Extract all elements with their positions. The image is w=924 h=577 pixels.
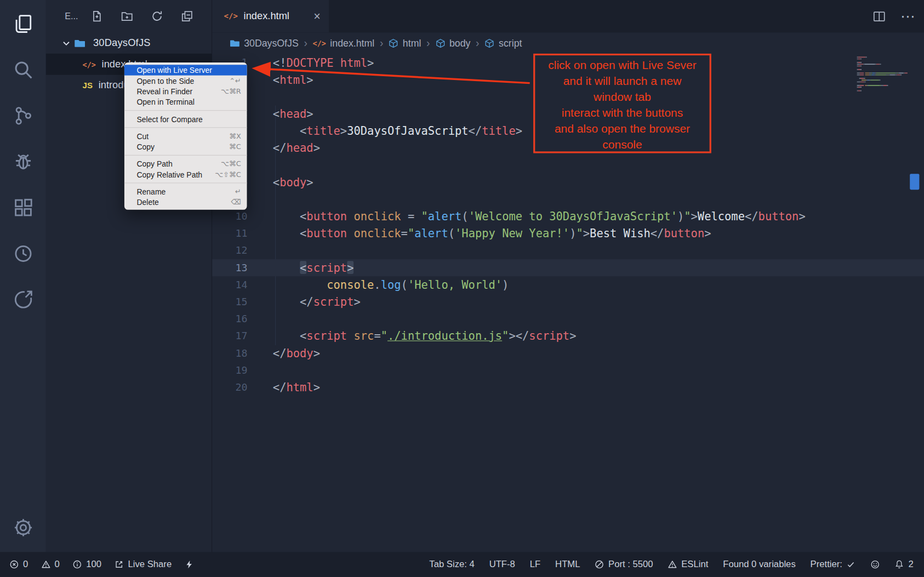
code-line-text[interactable]: <script>: [273, 259, 354, 276]
status-found-0-variables[interactable]: Found 0 variables: [723, 559, 795, 569]
status-live-share[interactable]: Live Share: [115, 559, 172, 569]
explorer-activity-button[interactable]: [10, 10, 36, 36]
new-file-button[interactable]: [90, 9, 104, 24]
status-tab-size-4[interactable]: Tab Size: 4: [429, 559, 474, 569]
code-token: >: [691, 210, 698, 223]
menu-item-open-to-the-side[interactable]: Open to the Side⌃↵: [124, 76, 247, 86]
code-token: (: [448, 227, 455, 240]
menu-item-rename[interactable]: Rename↵: [124, 186, 247, 197]
code-token: (: [401, 278, 408, 292]
menu-item-copy-path[interactable]: Copy Path⌥⌘C: [124, 158, 247, 169]
code-line: 16: [212, 311, 924, 328]
refresh-button[interactable]: [150, 9, 164, 24]
code-line-text[interactable]: <body>: [273, 174, 313, 191]
minimap-token: [860, 81, 864, 82]
status-prettier[interactable]: Prettier:: [811, 559, 856, 569]
menu-separator: [124, 127, 247, 128]
menu-item-label: Rename: [136, 187, 235, 196]
search-activity-button[interactable]: [10, 56, 36, 82]
status-lf[interactable]: LF: [530, 559, 540, 569]
status-100[interactable]: 100: [73, 559, 102, 569]
breadcrumb-30daysofjs[interactable]: 30DaysOfJS: [230, 38, 298, 49]
menu-separator: [124, 155, 247, 156]
menu-item-open-in-terminal[interactable]: Open in Terminal: [124, 96, 247, 107]
activity-bar: [0, 0, 46, 552]
code-token: ": [684, 210, 691, 223]
code-line-text[interactable]: <head>: [273, 105, 313, 122]
code-line-text[interactable]: <!DOCTYPE html>: [273, 54, 374, 71]
code-line-text[interactable]: </body>: [273, 345, 320, 362]
code-line-text[interactable]: console.log('Hello, World'): [273, 276, 509, 293]
menu-item-cut[interactable]: Cut⌘X: [124, 131, 247, 141]
extensions-activity-button[interactable]: [10, 195, 36, 220]
run-debug-activity-button[interactable]: [10, 148, 36, 174]
code-line-text[interactable]: </html>: [273, 379, 320, 396]
more-actions-icon[interactable]: ⋯: [900, 9, 916, 24]
menu-item-open-with-live-server[interactable]: Open with Live Server: [124, 65, 247, 75]
code-token: Best Wish: [590, 227, 651, 240]
menu-item-delete[interactable]: Delete⌫: [124, 197, 247, 207]
minimap-line: [857, 85, 907, 86]
code-token: script: [529, 329, 569, 342]
code-line-text[interactable]: <button onclick="alert('Happy New Year!'…: [273, 225, 711, 242]
new-folder-button[interactable]: [120, 9, 134, 24]
code-token: head: [286, 141, 313, 155]
minimap-token: [880, 64, 881, 65]
code-token: title: [306, 124, 340, 138]
breadcrumb-body[interactable]: body: [435, 38, 470, 49]
minimap[interactable]: [857, 56, 907, 92]
code-line-text[interactable]: <title>30DaysOfJavaScript</title>: [273, 123, 522, 140]
minimap-line: [857, 76, 907, 77]
split-editor-icon[interactable]: [872, 9, 886, 24]
info-icon: [73, 559, 82, 569]
share-box-icon: [115, 559, 124, 569]
menu-item-select-for-compare[interactable]: Select for Compare: [124, 114, 247, 124]
code-line: 8<body>: [212, 174, 924, 191]
code-token: ": [576, 227, 583, 240]
minimap-token: [862, 79, 866, 81]
code-token: [347, 329, 353, 342]
status-2[interactable]: 2: [895, 559, 914, 569]
status-smiley[interactable]: [871, 559, 880, 569]
minimap-token: [890, 74, 896, 75]
breadcrumb-index-html[interactable]: </>index.html: [313, 38, 375, 49]
close-tab-icon[interactable]: ×: [313, 9, 321, 23]
menu-item-copy-relative-path[interactable]: Copy Relative Path⌥⇧⌘C: [124, 169, 247, 180]
status-eslint[interactable]: ESLint: [668, 559, 709, 569]
folder-root-30daysofjs[interactable]: 30DaysOfJS: [46, 32, 212, 54]
tab-index-html[interactable]: </> index.html ×: [212, 0, 329, 32]
code-token: script: [306, 329, 347, 342]
code-line: 17 <script src="./introduction.js"></scr…: [212, 328, 924, 345]
menu-item-reveal-in-finder[interactable]: Reveal in Finder⌥⌘R: [124, 86, 247, 96]
breadcrumb-html[interactable]: html: [389, 38, 421, 49]
settings-activity-button[interactable]: [10, 515, 36, 540]
minimap-line: [857, 83, 907, 84]
menu-item-label: Reveal in Finder: [136, 87, 221, 96]
status-html[interactable]: HTML: [555, 559, 580, 569]
breadcrumb-script[interactable]: script: [484, 38, 522, 49]
lightning-icon: [185, 559, 194, 569]
code-line-text[interactable]: <button onclick = "alert('Welcome to 30D…: [273, 208, 806, 225]
status-port-5500[interactable]: Port : 5500: [595, 559, 653, 569]
source-control-activity-button[interactable]: [10, 102, 36, 128]
code-line-text[interactable]: </script>: [273, 293, 361, 310]
menu-item-copy[interactable]: Copy⌘C: [124, 141, 247, 152]
collapse-all-button[interactable]: [180, 9, 195, 24]
symbol-cube-icon: [389, 38, 398, 48]
status-utf-8[interactable]: UTF-8: [489, 559, 515, 569]
status-0[interactable]: 0: [9, 559, 28, 569]
editor-actions: ⋯: [872, 0, 916, 32]
code-line-text[interactable]: <html>: [273, 71, 313, 88]
code-token: console: [327, 278, 374, 292]
code-line-text[interactable]: </head>: [273, 140, 320, 157]
warning-icon: [668, 559, 677, 569]
code-token: >: [583, 227, 590, 240]
live-share-activity-button[interactable]: [10, 287, 36, 312]
code-token: onclick: [353, 210, 401, 223]
status-0[interactable]: 0: [41, 559, 60, 569]
menu-item-shortcut: ⌥⌘C: [221, 159, 241, 168]
status-lightning[interactable]: [185, 559, 194, 569]
minimap-token: [864, 78, 865, 79]
history-activity-button[interactable]: [10, 241, 36, 266]
code-line-text[interactable]: <script src="./introduction.js"></script…: [273, 328, 577, 345]
